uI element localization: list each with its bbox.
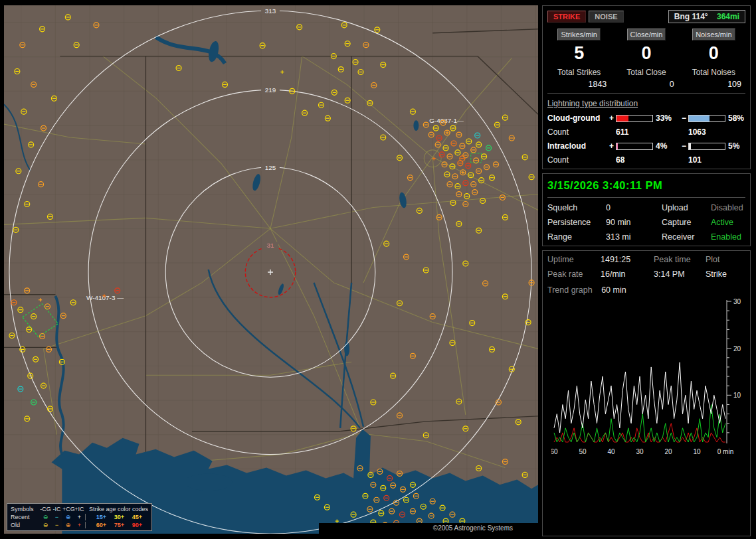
- strike-mode-button[interactable]: STRIKE: [547, 11, 586, 23]
- squelch-label: Squelch: [547, 203, 606, 212]
- legend-age-code: 45+: [128, 513, 146, 521]
- total-strikes-label: Total Strikes: [547, 68, 611, 77]
- legend-symbol: ⊖: [40, 513, 51, 521]
- noises-per-min-value: 0: [682, 40, 745, 68]
- peak-rate-label: Peak rate: [547, 270, 601, 279]
- legend-age-code: 60+: [92, 521, 110, 529]
- ring-label-outer: 313: [265, 7, 276, 15]
- range-label: Range: [547, 232, 606, 242]
- total-close-label: Total Close: [614, 68, 678, 77]
- cg-plus-bar: [616, 115, 653, 122]
- legend-header: Symbols -CG -IC +CG +IC Strike age color…: [11, 505, 148, 513]
- ic-minus-count: 101: [688, 155, 725, 165]
- total-close-value: 0: [614, 77, 678, 89]
- divider: [547, 93, 745, 94]
- cloud-ground-label: Cloud-ground: [547, 114, 607, 123]
- counters-section: STRIKE NOISE Bng 114° 364mi Strikes/min …: [542, 5, 751, 169]
- ic-plus-pct: 4%: [653, 141, 680, 151]
- ic-minus-pct: 5%: [725, 141, 748, 151]
- ring-label-middle: 219: [265, 86, 276, 94]
- peak-time-label: Peak time: [654, 255, 706, 264]
- trend-y-tick: 20: [733, 345, 741, 352]
- plot-label: Plot: [706, 255, 745, 264]
- trend-x-tick: 20: [664, 448, 672, 455]
- trend-series-strikes: [554, 362, 725, 433]
- legend-symbol: −: [51, 513, 62, 521]
- total-noises-value: 109: [682, 77, 745, 89]
- plot-value: Strike: [706, 270, 745, 279]
- uptime-value: 1491:25: [601, 255, 654, 264]
- copyright-bar: ©2005 Astrogenic Systems: [319, 523, 538, 534]
- peak-rate-value: 16/min: [601, 270, 654, 279]
- ring-label-inner: 125: [265, 164, 276, 171]
- status-section: 3/15/2026 3:40:11 PM Squelch 0 Upload Di…: [542, 173, 751, 246]
- range-value: 313 mi: [606, 232, 662, 242]
- legend-row-label: Recent: [11, 513, 40, 521]
- legend-row: Recent⊖−⊕+15+30+45+: [11, 513, 148, 521]
- ic-plus-bar: [616, 143, 653, 150]
- peak-time-value: 3:14 PM: [654, 270, 706, 279]
- lightning-map[interactable]: 313 219 125 31 G-4037-1— W-4107-3 — Symb…: [4, 5, 538, 534]
- station-label: W-4107-3 —: [86, 294, 124, 301]
- bearing-readout[interactable]: Bng 114° 364mi: [668, 10, 745, 23]
- persistence-value: 90 min: [606, 218, 662, 227]
- copyright-text: ©2005 Astrogenic Systems: [433, 524, 513, 532]
- trend-x-tick: 0 min: [717, 448, 733, 455]
- trend-x-tick: 40: [607, 448, 615, 455]
- datetime-display: 3/15/2026 3:40:11 PM: [547, 178, 745, 198]
- persistence-label: Persistence: [547, 218, 606, 227]
- alarm-ring-label: 31: [266, 242, 274, 249]
- legend-type-neg-ic: -IC: [51, 505, 62, 513]
- trend-graph: 1020306050403020100 min: [551, 297, 745, 463]
- receiver-status: Enabled: [711, 232, 745, 242]
- legend-type-neg-cg: -CG: [40, 505, 51, 513]
- legend-rows: Recent⊖−⊕+15+30+45+Old⊖−⊕+60+75+90+: [11, 513, 148, 529]
- cg-count-label: Count: [547, 127, 607, 137]
- station-label: G-4037-1—: [429, 117, 464, 124]
- legend-symbols-label: Symbols: [11, 505, 40, 513]
- strikes-per-min-label: Strikes/min: [557, 29, 600, 40]
- trend-y-tick: 10: [733, 392, 741, 399]
- ic-count-label: Count: [547, 155, 607, 165]
- cg-minus-sign: −: [680, 114, 688, 123]
- legend-symbol: −: [51, 521, 62, 529]
- ic-plus-sign: +: [607, 141, 616, 151]
- legend-symbol: +: [74, 521, 85, 529]
- close-per-min-label: Close/min: [627, 29, 666, 40]
- distance-value: 364mi: [717, 12, 739, 21]
- map-legend: Symbols -CG -IC +CG +IC Strike age color…: [7, 503, 152, 531]
- legend-symbol: +: [74, 513, 85, 521]
- ic-plus-count: 68: [616, 155, 653, 165]
- ic-minus-sign: −: [680, 141, 688, 151]
- legend-age-code: 75+: [110, 521, 128, 529]
- total-noises-label: Total Noises: [682, 68, 745, 77]
- trend-chart-canvas: 1020306050403020100 min: [551, 297, 748, 461]
- distribution-title: Lightning type distribution: [547, 99, 745, 108]
- capture-status: Active: [711, 218, 745, 227]
- trend-x-tick: 10: [693, 448, 701, 455]
- trend-y-tick: 30: [733, 298, 741, 305]
- side-panel: STRIKE NOISE Bng 114° 364mi Strikes/min …: [538, 0, 756, 539]
- cg-plus-sign: +: [607, 114, 616, 123]
- cg-plus-pct: 33%: [653, 114, 680, 123]
- cg-minus-bar: [688, 115, 725, 122]
- upload-status: Disabled: [711, 203, 745, 212]
- legend-row: Old⊖−⊕+60+75+90+: [11, 521, 148, 529]
- trend-section: Uptime 1491:25 Peak time Plot Peak rate …: [542, 250, 751, 536]
- noise-mode-button[interactable]: NOISE: [589, 11, 623, 23]
- nexstorm-window: 313 219 125 31 G-4037-1— W-4107-3 — Symb…: [0, 0, 756, 539]
- close-per-min-value: 0: [614, 40, 678, 68]
- legend-age-code: 30+: [110, 513, 128, 521]
- capture-label: Capture: [662, 218, 711, 227]
- ic-minus-bar: [688, 143, 725, 150]
- receiver-label: Receiver: [662, 232, 711, 242]
- legend-row-label: Old: [11, 521, 40, 529]
- uptime-label: Uptime: [547, 255, 601, 264]
- squelch-value: 0: [606, 203, 662, 212]
- bearing-value: Bng 114°: [674, 12, 708, 21]
- intracloud-label: Intracloud: [547, 141, 607, 151]
- legend-symbol: ⊖: [40, 521, 51, 529]
- trend-x-tick: 50: [579, 448, 587, 455]
- legend-age-code: 15+: [92, 513, 110, 521]
- cg-minus-pct: 58%: [725, 114, 748, 123]
